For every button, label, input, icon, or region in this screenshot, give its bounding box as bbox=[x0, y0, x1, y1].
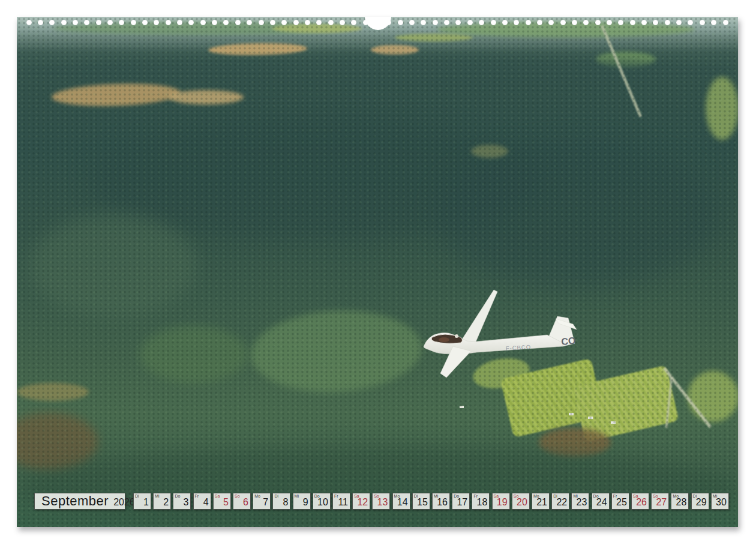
calendar-day-2: Mi2 bbox=[153, 493, 171, 510]
calendar-day-9: Mi9 bbox=[293, 493, 311, 510]
calendar-day-18: Fr18 bbox=[472, 493, 490, 510]
calendar-day-20: So20 bbox=[512, 493, 530, 510]
day-number: 24 bbox=[596, 497, 607, 508]
calendar-day-8: Di8 bbox=[272, 493, 290, 510]
day-number: 16 bbox=[437, 497, 448, 508]
weekday-abbr: Di bbox=[135, 494, 139, 498]
day-number: 17 bbox=[457, 497, 467, 508]
calendar-day-5: Sa5 bbox=[213, 493, 231, 510]
calendar-days: Di1Mi2Do3Fr4Sa5So6Mo7Di8Mi9Do10Fr11Sa12S… bbox=[17, 17, 738, 527]
calendar-day-4: Fr4 bbox=[193, 493, 211, 510]
day-number: 3 bbox=[183, 497, 188, 508]
weekday-abbr: Mi bbox=[155, 494, 159, 498]
day-number: 7 bbox=[263, 497, 268, 508]
day-number: 27 bbox=[656, 497, 667, 508]
day-number: 15 bbox=[417, 497, 428, 508]
calendar-day-19: Sa19 bbox=[492, 493, 510, 510]
calendar-day-1: Di1 bbox=[133, 493, 151, 510]
aerial-photo: F-CBCO CO September 2026 Di1Mi2Do3Fr4Sa5… bbox=[17, 17, 738, 527]
day-number: 25 bbox=[616, 497, 627, 508]
day-number: 1 bbox=[143, 497, 149, 508]
calendar-day-3: Do3 bbox=[173, 493, 191, 510]
weekday-abbr: Sa bbox=[215, 494, 220, 498]
calendar-day-23: Mi23 bbox=[571, 493, 589, 510]
calendar-day-14: Mo14 bbox=[392, 493, 410, 510]
calendar-day-22: Di22 bbox=[551, 493, 569, 510]
day-number: 5 bbox=[223, 497, 229, 508]
calendar-day-7: Mo7 bbox=[253, 493, 271, 510]
calendar-page: F-CBCO CO September 2026 Di1Mi2Do3Fr4Sa5… bbox=[0, 0, 756, 545]
calendar-day-11: Fr11 bbox=[332, 493, 350, 510]
calendar-day-21: Mo21 bbox=[532, 493, 550, 510]
day-number: 6 bbox=[243, 497, 248, 508]
day-number: 19 bbox=[497, 497, 508, 508]
calendar-day-10: Do10 bbox=[313, 493, 331, 510]
calendar-day-17: Do17 bbox=[452, 493, 470, 510]
weekday-abbr: Do bbox=[175, 494, 180, 498]
day-number: 20 bbox=[517, 497, 527, 508]
day-number: 26 bbox=[636, 497, 647, 508]
day-number: 10 bbox=[317, 497, 328, 508]
day-number: 22 bbox=[556, 497, 567, 508]
calendar-day-29: Di29 bbox=[691, 493, 709, 510]
calendar-day-16: Mi16 bbox=[432, 493, 450, 510]
day-number: 2 bbox=[163, 497, 169, 508]
weekday-abbr: Mo bbox=[254, 494, 260, 498]
day-number: 30 bbox=[716, 497, 727, 508]
weekday-abbr: So bbox=[235, 494, 240, 498]
calendar-day-13: So13 bbox=[372, 493, 390, 510]
calendar-day-27: So27 bbox=[651, 493, 669, 510]
day-number: 23 bbox=[577, 497, 587, 508]
weekday-abbr: Di bbox=[274, 494, 278, 498]
day-number: 29 bbox=[696, 497, 707, 508]
day-number: 18 bbox=[477, 497, 488, 508]
day-number: 12 bbox=[357, 497, 368, 508]
day-number: 14 bbox=[397, 497, 408, 508]
calendar-strip: September 2026 Di1Mi2Do3Fr4Sa5So6Mo7Di8M… bbox=[17, 17, 738, 527]
day-number: 9 bbox=[303, 497, 308, 508]
day-number: 28 bbox=[676, 497, 687, 508]
calendar-day-26: Sa26 bbox=[631, 493, 649, 510]
calendar-day-28: Mo28 bbox=[671, 493, 689, 510]
calendar-day-24: Do24 bbox=[592, 493, 610, 510]
calendar-day-12: Sa12 bbox=[352, 493, 370, 510]
day-number: 8 bbox=[283, 497, 288, 508]
calendar-day-25: Fr25 bbox=[611, 493, 629, 510]
day-number: 13 bbox=[377, 497, 388, 508]
calendar-day-6: So6 bbox=[233, 493, 251, 510]
weekday-abbr: Mi bbox=[295, 494, 299, 498]
calendar-day-30: Mi30 bbox=[711, 493, 729, 510]
day-number: 11 bbox=[338, 497, 348, 508]
day-number: 4 bbox=[203, 497, 209, 508]
calendar-day-15: Di15 bbox=[412, 493, 430, 510]
weekday-abbr: Fr bbox=[195, 494, 199, 498]
day-number: 21 bbox=[536, 497, 547, 508]
